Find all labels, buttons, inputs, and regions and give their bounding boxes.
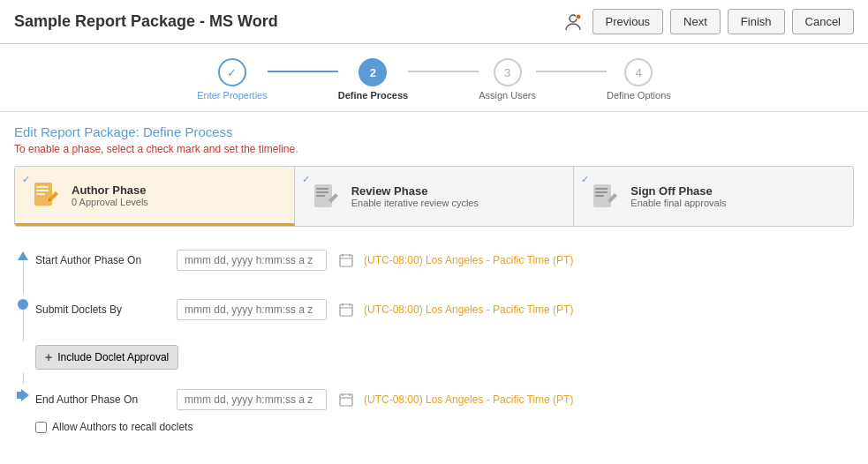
connector-line-3 — [23, 373, 24, 384]
svg-rect-14 — [340, 255, 352, 266]
connector-line-1 — [23, 260, 24, 294]
start-phase-row: Start Author Phase On (UTC-08:00) Los An… — [35, 244, 573, 276]
connector-1 — [268, 71, 338, 72]
page-title: Sample Report Package - MS Word — [14, 12, 278, 31]
end-phase-label: End Author Phase On — [35, 393, 168, 406]
wizard-steps: ✓ Enter Properties 2 Define Process 3 As… — [0, 44, 868, 112]
step-circle-2: 2 — [359, 58, 387, 86]
svg-rect-12 — [595, 191, 608, 193]
wizard-step-define-process[interactable]: 2 Define Process — [338, 58, 408, 101]
allow-recall-row: Allow Authors to recall doclets — [14, 421, 854, 433]
svg-marker-23 — [21, 389, 29, 401]
allow-recall-checkbox[interactable] — [35, 422, 47, 433]
section-title: Edit Report Package: Define Process — [14, 124, 854, 139]
timeline-section: Start Author Phase On (UTC-08:00) Los An… — [14, 241, 854, 437]
author-phase-title: Author Phase — [72, 183, 282, 197]
step-circle-1: ✓ — [218, 58, 246, 86]
review-phase-info: Review Phase Enable iterative review cyc… — [351, 184, 562, 208]
svg-rect-4 — [36, 190, 49, 191]
step-circle-4: 4 — [624, 58, 653, 86]
step-label-2: Define Process — [338, 90, 408, 101]
svg-rect-22 — [17, 392, 21, 399]
author-phase-card[interactable]: ✓ Author Phase 0 Approval Levels — [15, 167, 295, 226]
svg-rect-11 — [595, 188, 608, 190]
next-button[interactable]: Next — [670, 9, 721, 34]
start-calendar-icon[interactable] — [337, 251, 355, 269]
submit-doclets-row: Submit Doclets By (UTC-08:00) Los Angele… — [35, 294, 573, 326]
start-triangle-icon — [18, 251, 28, 260]
author-phase-sub: 0 Approval Levels — [72, 197, 282, 207]
cancel-button[interactable]: Cancel — [792, 9, 854, 34]
signoff-phase-title: Sign Off Phase — [630, 184, 841, 198]
allow-recall-label: Allow Authors to recall doclets — [52, 421, 192, 433]
start-phase-label: Start Author Phase On — [35, 254, 168, 266]
signoff-doc-icon — [586, 179, 622, 214]
finish-button[interactable]: Finish — [728, 9, 785, 34]
end-icon — [17, 389, 29, 401]
start-phase-input[interactable] — [177, 250, 327, 271]
submit-calendar-icon[interactable] — [337, 301, 355, 318]
svg-rect-9 — [316, 195, 325, 197]
step-label-1: Enter Properties — [197, 90, 267, 101]
phase-cards: ✓ Author Phase 0 Approval Levels ✓ — [14, 166, 854, 227]
author-doc-icon — [27, 177, 63, 213]
svg-rect-3 — [36, 186, 49, 188]
wizard-step-assign-users[interactable]: 3 Assign Users — [479, 58, 536, 101]
connector-3 — [536, 71, 607, 72]
review-phase-sub: Enable iterative review cycles — [351, 198, 562, 208]
submit-doclets-tz: (UTC-08:00) Los Angeles - Pacific Time (… — [364, 303, 573, 316]
step-label-3: Assign Users — [479, 90, 536, 101]
signoff-phase-sub: Enable final approvals — [630, 198, 841, 208]
step-circle-3: 3 — [494, 58, 522, 86]
include-btn-label: Include Doclet Approval — [57, 351, 169, 363]
section-subtitle: To enable a phase, select a check mark a… — [14, 143, 854, 155]
submit-doclets-label: Submit Doclets By — [35, 303, 168, 316]
submit-dot-icon — [18, 299, 28, 310]
svg-rect-8 — [316, 191, 328, 193]
include-doclet-approval-button[interactable]: + Include Doclet Approval — [35, 345, 178, 370]
signoff-phase-card[interactable]: ✓ Sign Off Phase Enable final approvals — [574, 167, 853, 226]
svg-rect-13 — [595, 195, 604, 197]
step-label-4: Define Options — [607, 90, 671, 101]
author-check-icon: ✓ — [22, 174, 30, 185]
submit-doclets-input[interactable] — [177, 299, 327, 320]
user-icon — [561, 10, 585, 34]
signoff-phase-info: Sign Off Phase Enable final approvals — [630, 184, 841, 208]
previous-button[interactable]: Previous — [593, 9, 664, 34]
svg-point-1 — [576, 14, 581, 19]
connector-2 — [408, 71, 479, 72]
svg-rect-24 — [340, 394, 352, 406]
review-check-icon: ✓ — [302, 174, 310, 185]
svg-rect-5 — [36, 193, 45, 195]
start-phase-tz: (UTC-08:00) Los Angeles - Pacific Time (… — [364, 254, 573, 266]
end-phase-row: End Author Phase On (UTC-08:00) Los Ange… — [35, 384, 573, 415]
header-actions: Previous Next Finish Cancel — [561, 9, 854, 34]
svg-rect-7 — [316, 188, 328, 190]
plus-icon: + — [45, 350, 52, 364]
wizard-step-define-options[interactable]: 4 Define Options — [607, 58, 671, 101]
review-phase-title: Review Phase — [351, 184, 562, 198]
wizard-step-enter-properties[interactable]: ✓ Enter Properties — [197, 58, 267, 101]
signoff-check-icon: ✓ — [581, 174, 589, 185]
end-phase-tz: (UTC-08:00) Los Angeles - Pacific Time (… — [364, 393, 573, 406]
end-calendar-icon[interactable] — [337, 391, 355, 408]
end-phase-input[interactable] — [177, 389, 327, 410]
review-doc-icon — [307, 179, 343, 214]
author-phase-info: Author Phase 0 Approval Levels — [72, 183, 282, 207]
connector-line-2 — [23, 310, 24, 341]
app-header: Sample Report Package - MS Word Previous… — [0, 0, 868, 44]
svg-rect-18 — [340, 304, 352, 316]
main-content: Edit Report Package: Define Process To e… — [0, 112, 868, 449]
review-phase-card[interactable]: ✓ Review Phase Enable iterative review c… — [295, 167, 575, 226]
